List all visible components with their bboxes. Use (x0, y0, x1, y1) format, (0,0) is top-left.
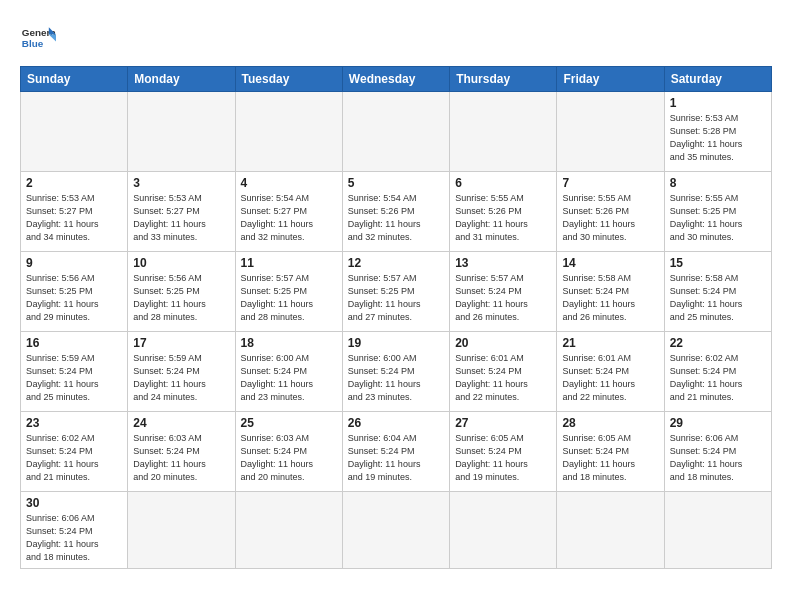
day-number: 10 (133, 256, 229, 270)
day-number: 15 (670, 256, 766, 270)
calendar-day-cell: 7Sunrise: 5:55 AM Sunset: 5:26 PM Daylig… (557, 172, 664, 252)
day-number: 26 (348, 416, 444, 430)
calendar-day-cell (235, 92, 342, 172)
calendar-day-cell (128, 492, 235, 569)
calendar-day-cell (235, 492, 342, 569)
day-info: Sunrise: 6:00 AM Sunset: 5:24 PM Dayligh… (241, 352, 337, 404)
day-number: 25 (241, 416, 337, 430)
calendar-day-cell: 20Sunrise: 6:01 AM Sunset: 5:24 PM Dayli… (450, 332, 557, 412)
calendar-week-row: 23Sunrise: 6:02 AM Sunset: 5:24 PM Dayli… (21, 412, 772, 492)
day-info: Sunrise: 5:53 AM Sunset: 5:28 PM Dayligh… (670, 112, 766, 164)
calendar-day-cell: 9Sunrise: 5:56 AM Sunset: 5:25 PM Daylig… (21, 252, 128, 332)
day-number: 22 (670, 336, 766, 350)
day-number: 27 (455, 416, 551, 430)
calendar-day-cell: 3Sunrise: 5:53 AM Sunset: 5:27 PM Daylig… (128, 172, 235, 252)
calendar-table: SundayMondayTuesdayWednesdayThursdayFrid… (20, 66, 772, 569)
day-number: 20 (455, 336, 551, 350)
day-info: Sunrise: 5:57 AM Sunset: 5:25 PM Dayligh… (348, 272, 444, 324)
day-number: 24 (133, 416, 229, 430)
day-info: Sunrise: 6:04 AM Sunset: 5:24 PM Dayligh… (348, 432, 444, 484)
day-number: 16 (26, 336, 122, 350)
calendar-day-cell: 29Sunrise: 6:06 AM Sunset: 5:24 PM Dayli… (664, 412, 771, 492)
day-number: 8 (670, 176, 766, 190)
day-number: 5 (348, 176, 444, 190)
calendar-day-cell: 13Sunrise: 5:57 AM Sunset: 5:24 PM Dayli… (450, 252, 557, 332)
calendar-day-cell: 16Sunrise: 5:59 AM Sunset: 5:24 PM Dayli… (21, 332, 128, 412)
day-number: 3 (133, 176, 229, 190)
calendar-day-cell: 19Sunrise: 6:00 AM Sunset: 5:24 PM Dayli… (342, 332, 449, 412)
calendar-day-cell (557, 92, 664, 172)
day-info: Sunrise: 5:57 AM Sunset: 5:24 PM Dayligh… (455, 272, 551, 324)
calendar-week-row: 2Sunrise: 5:53 AM Sunset: 5:27 PM Daylig… (21, 172, 772, 252)
svg-text:Blue: Blue (22, 38, 44, 49)
day-info: Sunrise: 5:56 AM Sunset: 5:25 PM Dayligh… (26, 272, 122, 324)
calendar-day-cell (557, 492, 664, 569)
day-info: Sunrise: 5:53 AM Sunset: 5:27 PM Dayligh… (133, 192, 229, 244)
calendar-day-cell: 1Sunrise: 5:53 AM Sunset: 5:28 PM Daylig… (664, 92, 771, 172)
calendar-day-cell (450, 492, 557, 569)
day-info: Sunrise: 5:55 AM Sunset: 5:25 PM Dayligh… (670, 192, 766, 244)
day-number: 30 (26, 496, 122, 510)
day-info: Sunrise: 5:54 AM Sunset: 5:27 PM Dayligh… (241, 192, 337, 244)
calendar-day-cell: 28Sunrise: 6:05 AM Sunset: 5:24 PM Dayli… (557, 412, 664, 492)
weekday-header-saturday: Saturday (664, 67, 771, 92)
day-info: Sunrise: 6:02 AM Sunset: 5:24 PM Dayligh… (26, 432, 122, 484)
day-info: Sunrise: 6:03 AM Sunset: 5:24 PM Dayligh… (133, 432, 229, 484)
calendar-week-row: 30Sunrise: 6:06 AM Sunset: 5:24 PM Dayli… (21, 492, 772, 569)
calendar-day-cell: 12Sunrise: 5:57 AM Sunset: 5:25 PM Dayli… (342, 252, 449, 332)
day-number: 13 (455, 256, 551, 270)
day-number: 4 (241, 176, 337, 190)
calendar-day-cell (128, 92, 235, 172)
day-info: Sunrise: 5:55 AM Sunset: 5:26 PM Dayligh… (562, 192, 658, 244)
weekday-header-tuesday: Tuesday (235, 67, 342, 92)
weekday-header-monday: Monday (128, 67, 235, 92)
calendar-day-cell: 11Sunrise: 5:57 AM Sunset: 5:25 PM Dayli… (235, 252, 342, 332)
calendar-day-cell: 22Sunrise: 6:02 AM Sunset: 5:24 PM Dayli… (664, 332, 771, 412)
calendar-day-cell (342, 92, 449, 172)
calendar-week-row: 1Sunrise: 5:53 AM Sunset: 5:28 PM Daylig… (21, 92, 772, 172)
weekday-header-friday: Friday (557, 67, 664, 92)
day-info: Sunrise: 5:58 AM Sunset: 5:24 PM Dayligh… (670, 272, 766, 324)
calendar-week-row: 9Sunrise: 5:56 AM Sunset: 5:25 PM Daylig… (21, 252, 772, 332)
calendar-day-cell: 15Sunrise: 5:58 AM Sunset: 5:24 PM Dayli… (664, 252, 771, 332)
weekday-header-thursday: Thursday (450, 67, 557, 92)
day-number: 2 (26, 176, 122, 190)
day-number: 7 (562, 176, 658, 190)
weekday-header-sunday: Sunday (21, 67, 128, 92)
calendar-day-cell: 17Sunrise: 5:59 AM Sunset: 5:24 PM Dayli… (128, 332, 235, 412)
calendar-day-cell: 10Sunrise: 5:56 AM Sunset: 5:25 PM Dayli… (128, 252, 235, 332)
calendar-day-cell: 5Sunrise: 5:54 AM Sunset: 5:26 PM Daylig… (342, 172, 449, 252)
day-info: Sunrise: 6:05 AM Sunset: 5:24 PM Dayligh… (562, 432, 658, 484)
day-info: Sunrise: 6:03 AM Sunset: 5:24 PM Dayligh… (241, 432, 337, 484)
logo: General Blue (20, 20, 56, 56)
day-number: 19 (348, 336, 444, 350)
day-info: Sunrise: 5:58 AM Sunset: 5:24 PM Dayligh… (562, 272, 658, 324)
calendar-day-cell: 2Sunrise: 5:53 AM Sunset: 5:27 PM Daylig… (21, 172, 128, 252)
day-number: 18 (241, 336, 337, 350)
calendar-day-cell: 4Sunrise: 5:54 AM Sunset: 5:27 PM Daylig… (235, 172, 342, 252)
calendar-day-cell: 8Sunrise: 5:55 AM Sunset: 5:25 PM Daylig… (664, 172, 771, 252)
calendar-day-cell: 18Sunrise: 6:00 AM Sunset: 5:24 PM Dayli… (235, 332, 342, 412)
day-number: 6 (455, 176, 551, 190)
day-info: Sunrise: 5:54 AM Sunset: 5:26 PM Dayligh… (348, 192, 444, 244)
calendar-day-cell: 6Sunrise: 5:55 AM Sunset: 5:26 PM Daylig… (450, 172, 557, 252)
day-number: 14 (562, 256, 658, 270)
calendar-day-cell (21, 92, 128, 172)
day-number: 12 (348, 256, 444, 270)
calendar-day-cell: 25Sunrise: 6:03 AM Sunset: 5:24 PM Dayli… (235, 412, 342, 492)
day-number: 28 (562, 416, 658, 430)
calendar-day-cell: 23Sunrise: 6:02 AM Sunset: 5:24 PM Dayli… (21, 412, 128, 492)
calendar-week-row: 16Sunrise: 5:59 AM Sunset: 5:24 PM Dayli… (21, 332, 772, 412)
day-info: Sunrise: 5:59 AM Sunset: 5:24 PM Dayligh… (26, 352, 122, 404)
day-info: Sunrise: 6:01 AM Sunset: 5:24 PM Dayligh… (562, 352, 658, 404)
calendar-day-cell: 24Sunrise: 6:03 AM Sunset: 5:24 PM Dayli… (128, 412, 235, 492)
weekday-header-wednesday: Wednesday (342, 67, 449, 92)
day-number: 23 (26, 416, 122, 430)
day-info: Sunrise: 6:00 AM Sunset: 5:24 PM Dayligh… (348, 352, 444, 404)
day-number: 17 (133, 336, 229, 350)
day-info: Sunrise: 5:57 AM Sunset: 5:25 PM Dayligh… (241, 272, 337, 324)
day-number: 11 (241, 256, 337, 270)
day-info: Sunrise: 5:56 AM Sunset: 5:25 PM Dayligh… (133, 272, 229, 324)
calendar-day-cell (342, 492, 449, 569)
calendar-day-cell: 14Sunrise: 5:58 AM Sunset: 5:24 PM Dayli… (557, 252, 664, 332)
